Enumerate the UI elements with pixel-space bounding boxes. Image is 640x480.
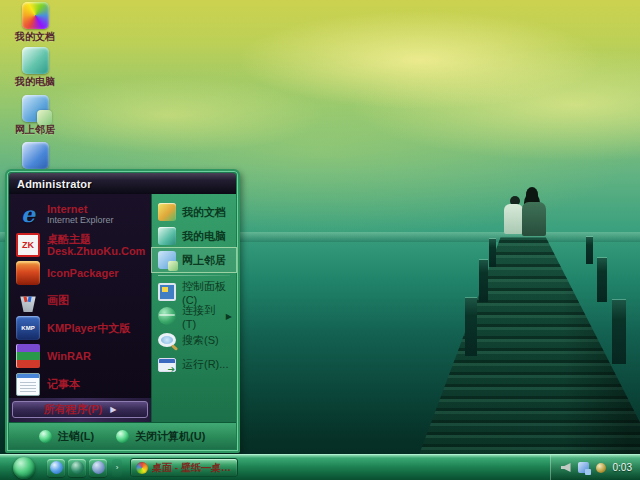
desktop-icon-network-places[interactable]: 网上邻居 [6, 95, 64, 135]
desktop-icon-4[interactable] [6, 142, 64, 171]
internet-explorer-icon [50, 461, 63, 474]
wallpaper-post [489, 239, 496, 267]
taskbar: › 桌面 - 壁纸—桌酷... 0:03 [0, 454, 640, 480]
user-name: Administrator [17, 178, 92, 190]
globe-icon [71, 461, 84, 474]
submenu-arrow-icon: ▶ [110, 405, 116, 414]
wallpaper-post [612, 300, 626, 364]
kmplayer-icon: KMP [16, 316, 40, 340]
wallpaper-couple-body [522, 202, 546, 236]
item-label: 运行(R)... [182, 357, 228, 372]
wallpaper-couple-body [504, 204, 523, 234]
start-menu-item-iconpackager[interactable]: IconPackager [9, 259, 151, 287]
all-programs-button[interactable]: 所有程序(P) ▶ [12, 401, 148, 418]
internet-explorer-icon: e [16, 202, 40, 226]
item-label: 连接到(T) [182, 303, 220, 330]
quick-launch-ie-button[interactable] [47, 459, 65, 477]
log-off-icon [39, 430, 52, 443]
quick-launch-bar: › [47, 459, 122, 477]
start-menu-pinned-list: e Internet Internet Explorer ZK 桌酷主题Desk… [9, 194, 151, 422]
tray-app-icon[interactable] [596, 463, 606, 473]
wallpaper-couple [497, 186, 557, 242]
start-menu-item-my-documents[interactable]: 我的文档 [152, 200, 236, 224]
start-menu-item-winrar[interactable]: WinRAR [9, 342, 151, 370]
shut-down-icon [116, 430, 129, 443]
item-label: 我的文档 [182, 205, 226, 220]
submenu-arrow-icon: ▶ [226, 312, 232, 321]
start-menu-item-network-places[interactable]: 网上邻居 [152, 248, 236, 272]
my-documents-icon [22, 2, 49, 29]
wallpaper-post [586, 237, 593, 264]
start-menu-item-internet[interactable]: e Internet Internet Explorer [9, 198, 151, 231]
start-menu-item-run[interactable]: 运行(R)... [152, 352, 236, 376]
quick-launch-globe-button[interactable] [68, 459, 86, 477]
connect-to-icon [158, 307, 176, 325]
start-menu-body: e Internet Internet Explorer ZK 桌酷主题Desk… [9, 194, 236, 422]
item-label: 我的电脑 [182, 229, 226, 244]
item-label: KMPlayer中文版 [47, 322, 130, 334]
system-tray: 0:03 [550, 455, 640, 480]
quick-launch-expand-chevron[interactable]: › [112, 459, 122, 477]
zhuoku-icon: ZK [16, 233, 40, 257]
start-button[interactable] [13, 457, 35, 479]
item-label: 搜索(S) [182, 333, 219, 348]
start-menu-item-my-computer[interactable]: 我的电脑 [152, 224, 236, 248]
item-label: 记事本 [47, 378, 80, 390]
browser-page-icon [136, 462, 148, 474]
shut-down-button[interactable]: 关闭计算机(U) [116, 429, 205, 444]
my-documents-small-icon [158, 203, 176, 221]
wallpaper-post [597, 258, 607, 302]
network-places-icon [22, 95, 49, 122]
desktop-icon-my-documents[interactable]: 我的文档 [6, 2, 64, 42]
log-off-label: 注销(L) [58, 429, 94, 444]
my-computer-small-icon [158, 227, 176, 245]
start-menu-user-banner: Administrator [9, 173, 236, 194]
start-menu-places-list: 我的文档 我的电脑 网上邻居 控制面板(C) 连接到(T) ▶ [151, 194, 236, 422]
start-menu-item-kmplayer[interactable]: KMP KMPlayer中文版 [9, 314, 151, 342]
log-off-button[interactable]: 注销(L) [39, 429, 94, 444]
start-menu-item-search[interactable]: 搜索(S) [152, 328, 236, 352]
notepad-icon [16, 373, 40, 396]
run-icon [158, 358, 176, 372]
menu-separator [158, 275, 230, 276]
item-label: 画图 [47, 294, 69, 306]
item-sublabel: Internet Explorer [47, 215, 114, 225]
item-label: 控制面板(C) [182, 279, 232, 306]
start-menu-item-zhuoku-theme[interactable]: ZK 桌酷主题Desk.ZhuoKu.Com [9, 231, 151, 259]
all-programs-bar: 所有程序(P) ▶ [9, 398, 151, 422]
winrar-icon [16, 344, 40, 368]
quick-launch-messenger-button[interactable] [89, 459, 107, 477]
control-panel-icon [158, 283, 176, 301]
start-menu-item-connect-to[interactable]: 连接到(T) ▶ [152, 304, 236, 328]
start-menu-item-control-panel[interactable]: 控制面板(C) [152, 280, 236, 304]
task-button-label: 桌面 - 壁纸—桌酷... [152, 461, 232, 475]
all-programs-label: 所有程序(P) [44, 402, 103, 417]
blue-folder-icon [22, 142, 49, 169]
clock[interactable]: 0:03 [613, 462, 632, 473]
wallpaper-couple-head [526, 187, 538, 202]
desktop-icon-my-computer[interactable]: 我的电脑 [6, 47, 64, 87]
task-button-wallpaper-page[interactable]: 桌面 - 壁纸—桌酷... [130, 458, 238, 477]
item-label: Internet [47, 203, 114, 215]
start-menu-footer: 注销(L) 关闭计算机(U) [9, 422, 236, 449]
shut-down-label: 关闭计算机(U) [135, 429, 205, 444]
item-label: 桌酷主题Desk.ZhuoKu.Com [47, 233, 147, 257]
messenger-icon [92, 461, 105, 474]
paint-icon [16, 288, 40, 312]
iconpackager-icon [16, 261, 40, 285]
item-label: 网上邻居 [182, 253, 226, 268]
item-label: WinRAR [47, 350, 91, 362]
my-computer-icon [22, 47, 49, 74]
network-places-small-icon [158, 251, 176, 269]
wallpaper-post [465, 298, 477, 356]
network-status-icon[interactable] [578, 462, 589, 473]
start-menu: Administrator e Internet Internet Explor… [5, 169, 240, 453]
search-icon [158, 333, 176, 347]
volume-icon[interactable] [561, 463, 571, 472]
desktop-icon-label: 网上邻居 [6, 124, 64, 135]
start-menu-item-notepad[interactable]: 记事本 [9, 370, 151, 398]
desktop-icon-label: 我的文档 [6, 31, 64, 42]
desktop-icon-label: 我的电脑 [6, 76, 64, 87]
item-label: IconPackager [47, 267, 119, 279]
start-menu-item-paint[interactable]: 画图 [9, 286, 151, 314]
